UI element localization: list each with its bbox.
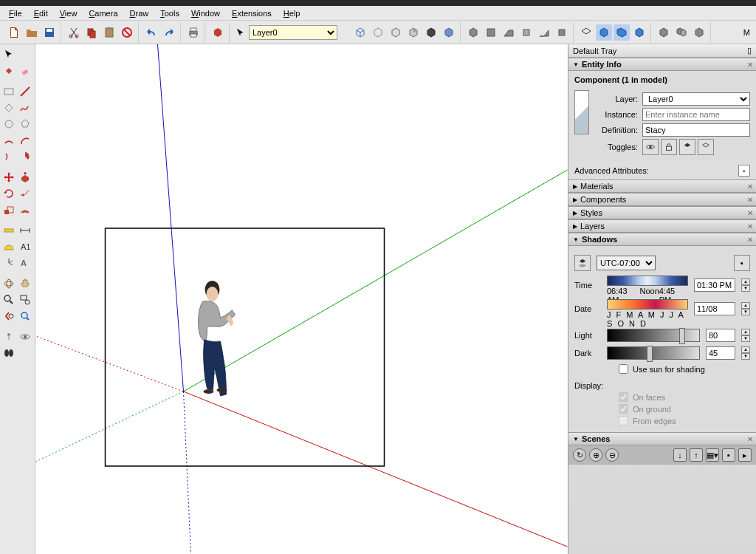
zoom-window-tool[interactable] — [18, 293, 32, 307]
pie-tool[interactable] — [18, 149, 32, 164]
pushpull-tool[interactable] — [18, 170, 32, 185]
panel-entity-info-head[interactable]: ▼Entity Info✕ — [568, 58, 756, 71]
circle-tool[interactable] — [1, 117, 16, 131]
new-file-button[interactable] — [6, 24, 22, 41]
panel-styles-head[interactable]: ▶Styles✕ — [568, 206, 756, 219]
arc-tool[interactable] — [1, 133, 16, 148]
scene-down-button[interactable]: ↑ — [690, 448, 703, 462]
style-tex-button[interactable] — [405, 24, 422, 41]
zoom-extents-tool[interactable] — [18, 309, 32, 324]
menu-help[interactable]: Help — [278, 7, 306, 19]
menu-file[interactable]: File — [3, 7, 28, 19]
scene-remove-button[interactable]: ⊖ — [605, 448, 619, 462]
light-slider[interactable] — [607, 329, 700, 342]
toggle-lock[interactable] — [661, 139, 677, 155]
scene-view-button[interactable]: ▦▾ — [706, 448, 719, 462]
entity-instance-input[interactable] — [642, 108, 750, 121]
view-top-button[interactable] — [483, 24, 499, 41]
section-tool[interactable] — [18, 346, 32, 360]
style-shaded-button[interactable] — [388, 24, 404, 41]
zoom-prev-tool[interactable] — [1, 309, 16, 324]
line-tool[interactable] — [18, 84, 32, 99]
3d-viewport[interactable] — [35, 44, 568, 554]
rectangle-tool[interactable] — [1, 84, 16, 99]
panel-shadows-head[interactable]: ▼Shadows✕ — [568, 233, 756, 246]
menu-extensions[interactable]: Extensions — [226, 7, 278, 19]
copy-button[interactable] — [83, 24, 100, 41]
toggle-shadows-recv[interactable] — [698, 139, 714, 155]
move-tool[interactable] — [1, 170, 16, 185]
view-right-button[interactable] — [518, 24, 535, 41]
cut-button[interactable] — [66, 24, 82, 41]
panel-components-head[interactable]: ▶Components✕ — [568, 193, 756, 206]
text-tool[interactable]: A1 — [18, 239, 32, 254]
dark-slider[interactable] — [607, 346, 700, 360]
date-spinner[interactable]: ▲▼ — [741, 302, 750, 315]
scene-up-button[interactable]: ↓ — [673, 448, 687, 462]
rotate-tool[interactable] — [1, 186, 16, 201]
toolbar-overflow[interactable]: M — [740, 28, 753, 37]
paste-button[interactable] — [101, 24, 117, 41]
menu-tools[interactable]: Tools — [154, 7, 185, 19]
solid-outer-button[interactable] — [578, 24, 594, 41]
orbit-tool[interactable] — [1, 276, 16, 291]
save-button[interactable] — [41, 24, 58, 41]
followme-tool[interactable] — [18, 186, 32, 201]
date-input[interactable] — [694, 302, 735, 315]
arc2-tool[interactable] — [18, 133, 32, 148]
menu-camera[interactable]: Camera — [83, 7, 123, 19]
time-slider[interactable] — [607, 276, 688, 286]
advanced-expand-button[interactable]: ▪ — [738, 165, 750, 177]
solid-trim-button[interactable] — [656, 24, 672, 41]
select-tool[interactable] — [1, 47, 16, 62]
timezone-select[interactable]: UTC-07:00 — [597, 256, 656, 270]
rotated-rect-tool[interactable] — [1, 100, 16, 115]
time-spinner[interactable]: ▲▼ — [741, 278, 750, 292]
menu-view[interactable]: View — [54, 7, 83, 19]
view-iso-button[interactable] — [465, 24, 481, 41]
paint-bucket-tool[interactable] — [1, 64, 16, 78]
panel-layers-head[interactable]: ▶Layers✕ — [568, 219, 756, 233]
panel-materials-head[interactable]: ▶Materials✕ — [568, 179, 756, 193]
light-input[interactable] — [706, 329, 735, 342]
undo-button[interactable] — [143, 24, 159, 41]
view-front-button[interactable] — [501, 24, 517, 41]
eraser-tool[interactable] — [18, 64, 32, 78]
3dtext-tool[interactable]: A — [18, 256, 32, 270]
scene-menu-button[interactable]: ▪ — [722, 448, 735, 462]
light-spinner[interactable]: ▲▼ — [741, 329, 750, 342]
sun-shading-checkbox[interactable] — [619, 364, 628, 374]
tape-tool[interactable] — [1, 223, 16, 238]
dark-input[interactable] — [706, 346, 735, 360]
solid-intersect-button[interactable] — [596, 24, 612, 41]
entity-layer-select[interactable]: Layer0 — [642, 92, 750, 106]
entity-definition-input[interactable] — [642, 123, 750, 137]
scale-tool[interactable] — [1, 202, 16, 217]
scene-details-button[interactable]: ▸ — [738, 448, 752, 462]
arc3-tool[interactable] — [1, 149, 16, 164]
toggle-visible[interactable] — [642, 139, 659, 155]
panel-scenes-head[interactable]: ▼Scenes✕ — [568, 432, 756, 445]
solid-union-button[interactable] — [614, 24, 630, 41]
walk-tool[interactable] — [1, 346, 16, 360]
toggle-shadows-cast[interactable] — [679, 139, 695, 155]
redo-button[interactable] — [161, 24, 177, 41]
model-info-button[interactable] — [210, 24, 226, 41]
view-left-button[interactable] — [554, 24, 570, 41]
pan-tool[interactable] — [18, 276, 32, 291]
make-component-button[interactable] — [18, 47, 32, 62]
menu-window[interactable]: Window — [185, 7, 226, 19]
scene-add-button[interactable]: ⊕ — [589, 448, 602, 462]
menu-draw[interactable]: Draw — [124, 7, 155, 19]
print-button[interactable] — [185, 24, 202, 41]
freehand-tool[interactable] — [18, 100, 32, 115]
zoom-tool[interactable] — [1, 293, 16, 307]
look-around-tool[interactable] — [18, 329, 32, 344]
layer-dropdown[interactable]: Layer0 — [249, 25, 337, 40]
protractor-tool[interactable] — [1, 239, 16, 254]
dark-spinner[interactable]: ▲▼ — [741, 346, 750, 360]
style-wire-button[interactable] — [352, 24, 368, 41]
style-mono-button[interactable] — [423, 24, 439, 41]
axes-tool[interactable] — [1, 256, 16, 270]
polygon-tool[interactable] — [18, 117, 32, 131]
